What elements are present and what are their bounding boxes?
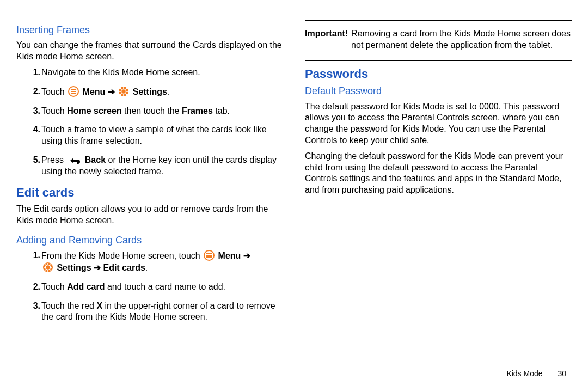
step-item: Touch Add card and touch a card name to …: [41, 281, 283, 293]
text-inserting-frames-intro: You can change the frames that surround …: [16, 40, 283, 63]
settings-icon: [118, 86, 129, 97]
step-item: From the Kids Mode Home screen, touch Me…: [41, 250, 283, 274]
step-text: .: [167, 87, 169, 96]
label-settings: Settings: [54, 263, 94, 272]
arrow-icon: ➔: [94, 263, 101, 272]
step-text: Touch: [41, 87, 67, 96]
step-text: Touch a frame to view a sample of what t…: [41, 125, 267, 145]
svg-rect-16: [206, 255, 212, 256]
step-text: Touch: [41, 282, 67, 291]
divider-top: [305, 20, 572, 21]
text-default-password-2: Changing the default password for the Ki…: [305, 151, 572, 196]
step-text: tab.: [213, 106, 230, 115]
text-edit-cards-intro: The Edit cards option allows you to add …: [16, 204, 283, 226]
arrow-icon: ➔: [108, 87, 115, 96]
arrow-icon: ➔: [243, 251, 250, 260]
step-item: Press Back or the Home key icon until th…: [41, 155, 283, 177]
label-settings: Settings: [130, 87, 167, 96]
footer-page-number: 30: [558, 369, 566, 378]
settings-icon: [42, 262, 53, 273]
step-text: Touch the red: [41, 301, 96, 310]
label-menu: Menu: [216, 251, 243, 260]
step-text: and touch a card name to add.: [105, 282, 225, 291]
step-item: Touch a frame to view a sample of what t…: [41, 124, 283, 147]
step-text: From the Kids Mode Home screen, touch: [41, 251, 203, 260]
back-icon: [67, 156, 81, 165]
footer-section: Kids Mode: [506, 369, 542, 378]
divider-bottom: [305, 60, 572, 61]
important-label: Important!: [305, 28, 348, 51]
important-text: Removing a card from the Kids Mode Home …: [351, 28, 572, 51]
label-frames: Frames: [182, 106, 213, 115]
heading-adding-removing: Adding and Removing Cards: [16, 234, 283, 247]
steps-adding-removing: From the Kids Mode Home screen, touch Me…: [16, 250, 283, 323]
important-note: Important! Removing a card from the Kids…: [305, 24, 572, 57]
step-item: Touch Menu ➔ Settings.: [41, 86, 283, 98]
svg-rect-17: [206, 256, 212, 258]
step-item: Navigate to the Kids Mode Home screen.: [41, 67, 283, 78]
right-column: Important! Removing a card from the Kids…: [305, 16, 572, 381]
step-text: .: [145, 263, 148, 272]
label-add-card: Add card: [67, 282, 105, 291]
step-text: Press: [41, 155, 66, 164]
spacer: [115, 87, 117, 96]
label-menu: Menu: [80, 87, 108, 96]
svg-rect-15: [206, 253, 212, 254]
svg-rect-2: [71, 91, 76, 92]
label-edit-cards: Edit cards: [101, 263, 145, 272]
step-text: Touch: [41, 106, 67, 115]
steps-inserting-frames: Navigate to the Kids Mode Home screen. T…: [16, 67, 283, 177]
heading-inserting-frames: Inserting Frames: [16, 24, 283, 36]
heading-passwords: Passwords: [305, 66, 572, 82]
text-default-password-1: The default password for Kids Mode is se…: [305, 101, 572, 146]
manual-page: Inserting Frames You can change the fram…: [0, 0, 588, 392]
svg-rect-3: [71, 93, 76, 94]
page-footer: Kids Mode 30: [506, 369, 566, 378]
menu-icon: [68, 86, 79, 97]
heading-edit-cards: Edit cards: [16, 185, 283, 201]
step-item: Touch the red X in the upper-right corne…: [41, 301, 283, 323]
label-home-screen: Home screen: [67, 106, 122, 115]
menu-icon: [204, 250, 215, 261]
left-column: Inserting Frames You can change the fram…: [16, 16, 283, 381]
label-x: X: [96, 301, 102, 310]
step-text: Navigate to the Kids Mode Home screen.: [41, 68, 200, 77]
heading-default-password: Default Password: [305, 85, 572, 97]
svg-rect-1: [71, 89, 76, 90]
step-text: then touch the: [122, 106, 182, 115]
step-item: Touch Home screen then touch the Frames …: [41, 106, 283, 117]
label-back: Back: [82, 155, 106, 164]
